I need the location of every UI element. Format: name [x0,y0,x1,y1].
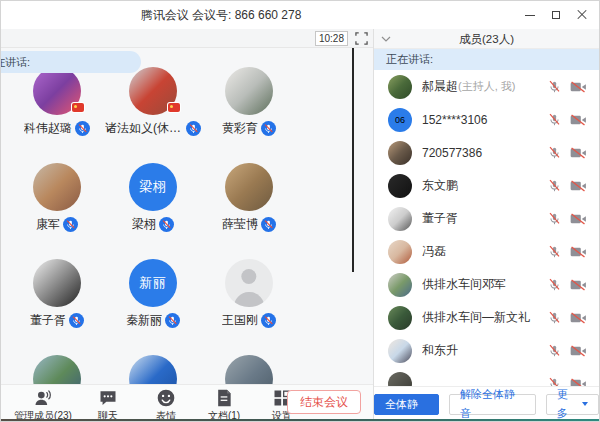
mic-off-icon[interactable] [548,179,561,192]
member-row[interactable]: 06 152****3106 [374,103,599,136]
window-bottom-edge [1,419,599,421]
member-avatar [388,372,412,387]
participant-name: 王国刚 [222,312,258,329]
camera-off-icon[interactable] [570,81,587,93]
participant-tile[interactable]: 薛莹博 [201,163,297,259]
camera-off-icon[interactable] [570,114,587,126]
camera-off-icon[interactable] [570,147,587,159]
minimize-button[interactable] [517,4,543,26]
member-avatar [388,174,412,198]
stage-scrollbar[interactable] [352,48,354,272]
mic-muted-badge-icon [165,313,180,328]
mic-muted-badge-icon [261,313,276,328]
members-panel-footer: 全体静音 解除全体静音 更多 [374,386,599,421]
participant-name: 黄彩育 [222,120,258,137]
mic-muted-badge-icon [63,217,78,232]
participant-tile[interactable]: 诸法如义(休惕) [105,67,201,163]
mute-all-button[interactable]: 全体静音 [374,394,439,415]
participant-name: 董子胥 [30,312,66,329]
fullscreen-icon[interactable] [355,32,368,45]
member-name: 152****3106 [422,113,487,127]
mic-off-icon[interactable] [548,80,561,93]
mic-off-icon[interactable] [548,212,561,225]
speaking-banner: 正在讲话: [1,51,141,73]
avatar-initials: 新丽 [139,274,167,292]
member-row[interactable]: 郝晨超 (主持人, 我) [374,70,599,103]
participant-tile[interactable]: 康军 [9,163,105,259]
participant-name: 薛莹博 [222,216,258,233]
document-icon [214,388,234,408]
chat-button[interactable]: 聊天 [79,388,137,421]
mic-muted-badge-icon [159,217,174,232]
participant-avatar [33,67,81,115]
maximize-button[interactable] [543,4,569,26]
main-area: 10:28 正在讲话: 科伟赵璐 [1,29,599,421]
window-controls [517,1,595,29]
participant-tile[interactable]: 梁栩 梁栩 [105,163,201,259]
mic-off-icon[interactable] [548,278,561,291]
manage-members-button[interactable]: 管理成员(23) [7,388,79,421]
mic-muted-badge-icon [261,217,276,232]
stage-topbar: 10:28 [1,29,373,48]
minimize-icon [525,15,535,16]
member-list: 郝晨超 (主持人, 我) 06 [374,70,599,386]
camera-off-icon[interactable] [570,246,587,258]
camera-off-icon[interactable] [570,180,587,192]
participant-avatar: 新丽 [129,259,177,307]
chevron-down-icon[interactable] [381,35,391,43]
end-meeting-button[interactable]: 结束会议 [287,390,361,414]
participant-tile[interactable]: 董子胥 [9,259,105,355]
member-row[interactable]: 冯磊 [374,235,599,268]
member-row[interactable]: 720577386 [374,136,599,169]
unmute-all-button[interactable]: 解除全体静音 [449,394,536,415]
documents-button[interactable]: 文档(1) [195,388,253,421]
participant-name: 梁栩 [132,216,156,233]
member-row[interactable]: 东文鹏 [374,169,599,202]
member-name: 董子胥 [422,210,458,227]
participant-tile[interactable]: 王国刚 [201,259,297,355]
member-avatar [388,339,412,363]
camera-off-icon[interactable] [570,312,587,324]
titlebar: 腾讯会议 会议号: 866 660 278 [1,1,599,29]
close-button[interactable] [569,4,595,26]
avatar-initials: 06 [395,115,405,125]
participant-tile[interactable]: 科伟赵璐 [9,67,105,163]
participant-avatar [129,67,177,115]
members-count-title: 成员(23人) [374,29,599,49]
members-panel-header: 成员(23人) [374,29,599,49]
participant-name: 诸法如义(休惕) [105,120,183,137]
camera-off-icon[interactable] [570,279,587,291]
mic-off-icon[interactable] [548,344,561,357]
participant-tile[interactable]: 黄彩育 [201,67,297,163]
emoji-icon [156,388,176,408]
member-row[interactable]: 供排水车间—新文礼 [374,301,599,334]
more-button[interactable]: 更多 [546,394,599,415]
meeting-window: 腾讯会议 会议号: 866 660 278 10:28 正在讲话: [0,0,600,422]
member-row[interactable]: 和东升 [374,334,599,367]
manage-members-icon [33,388,53,408]
emoji-button[interactable]: 表情 [137,388,195,421]
member-avatar [388,75,412,99]
mic-off-icon[interactable] [548,146,561,159]
participant-tile[interactable]: 新丽 秦新丽 [105,259,201,355]
participant-avatar [225,163,273,211]
maximize-icon [552,11,560,19]
video-stage: 10:28 正在讲话: 科伟赵璐 [1,29,373,421]
mic-off-icon[interactable] [548,311,561,324]
member-row[interactable]: 董子胥 [374,202,599,235]
meeting-timer: 10:28 [315,31,348,46]
member-row[interactable]: 供排水车间邓军 [374,268,599,301]
camera-off-icon[interactable] [570,213,587,225]
member-name: 720577386 [422,146,482,160]
mic-off-icon[interactable] [548,245,561,258]
participant-avatar [225,259,273,307]
mic-muted-badge-icon [75,121,90,136]
mic-off-icon[interactable] [548,113,561,126]
member-avatar [388,141,412,165]
mic-muted-badge-icon [186,121,201,136]
member-name: 东文鹏 [422,177,458,194]
member-name: 冯磊 [422,243,446,260]
camera-off-icon[interactable] [570,345,587,357]
member-row[interactable] [374,367,599,386]
close-icon [577,10,587,20]
